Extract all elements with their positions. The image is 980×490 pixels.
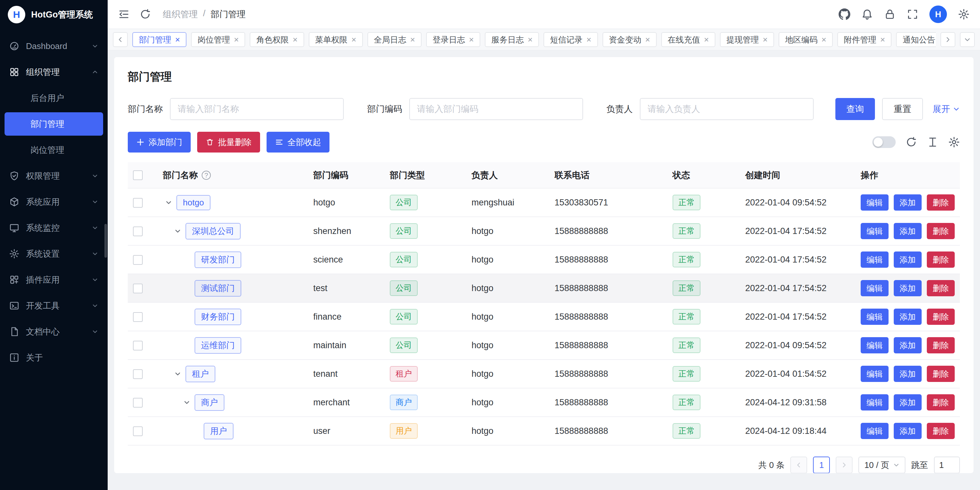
leader-input[interactable] xyxy=(640,98,814,120)
help-icon[interactable]: ? xyxy=(202,171,211,180)
department-name-chip[interactable]: 商户 xyxy=(194,394,224,411)
tab-close-icon[interactable]: × xyxy=(528,35,533,44)
edit-button[interactable]: 编辑 xyxy=(861,309,889,325)
sidebar-item-permission[interactable]: 权限管理 xyxy=(0,163,108,189)
tabs-dropdown-button[interactable] xyxy=(960,32,975,47)
refresh-page-icon[interactable] xyxy=(140,8,151,20)
row-checkbox[interactable] xyxy=(133,426,143,436)
delete-button[interactable]: 删除 xyxy=(927,423,955,439)
delete-button[interactable]: 删除 xyxy=(927,366,955,382)
column-settings-gear-icon[interactable] xyxy=(948,136,960,148)
tab-close-icon[interactable]: × xyxy=(175,35,180,44)
row-collapse-icon[interactable] xyxy=(181,397,192,408)
tab-close-icon[interactable]: × xyxy=(293,35,298,44)
tab-7[interactable]: 短信记录× xyxy=(544,32,598,47)
tab-close-icon[interactable]: × xyxy=(352,35,356,44)
add-button[interactable]: 添加 xyxy=(894,280,922,296)
collapse-all-button[interactable]: 全部收起 xyxy=(267,132,329,153)
tab-close-icon[interactable]: × xyxy=(410,35,415,44)
tab-9[interactable]: 在线充值× xyxy=(661,32,715,47)
tab-2[interactable]: 角色权限× xyxy=(250,32,304,47)
app-logo[interactable]: H HotGo管理系统 xyxy=(0,0,108,29)
tab-10[interactable]: 提现管理× xyxy=(720,32,774,47)
sidebar-item-dev-tools[interactable]: 开发工具 xyxy=(0,293,108,319)
next-page-button[interactable] xyxy=(836,456,853,473)
tab-8[interactable]: 资金变动× xyxy=(603,32,657,47)
department-name-chip[interactable]: 深圳总公司 xyxy=(186,223,240,239)
fullscreen-icon[interactable] xyxy=(907,8,918,20)
edit-button[interactable]: 编辑 xyxy=(861,223,889,239)
add-button[interactable]: 添加 xyxy=(894,366,922,382)
tab-12[interactable]: 附件管理× xyxy=(837,32,891,47)
edit-button[interactable]: 编辑 xyxy=(861,423,889,439)
tab-0[interactable]: 部门管理× xyxy=(132,32,186,47)
department-name-chip[interactable]: hotgo xyxy=(177,195,210,210)
delete-button[interactable]: 删除 xyxy=(927,394,955,410)
department-name-chip[interactable]: 测试部门 xyxy=(194,280,241,297)
delete-button[interactable]: 删除 xyxy=(927,309,955,325)
collapse-sidebar-icon[interactable] xyxy=(118,8,130,20)
tab-11[interactable]: 地区编码× xyxy=(779,32,833,47)
tab-close-icon[interactable]: × xyxy=(469,35,474,44)
batch-delete-button[interactable]: 批量删除 xyxy=(197,132,260,153)
tabs-scroll-right-button[interactable] xyxy=(940,32,955,47)
edit-button[interactable]: 编辑 xyxy=(861,252,889,268)
add-button[interactable]: 添加 xyxy=(894,337,922,353)
reset-button[interactable]: 重置 xyxy=(882,98,923,120)
select-all-checkbox[interactable] xyxy=(133,170,143,180)
department-name-chip[interactable]: 运维部门 xyxy=(194,337,241,354)
tab-close-icon[interactable]: × xyxy=(763,35,768,44)
delete-button[interactable]: 删除 xyxy=(927,252,955,268)
striped-toggle[interactable] xyxy=(872,136,896,148)
add-button[interactable]: 添加 xyxy=(894,223,922,239)
tab-close-icon[interactable]: × xyxy=(645,35,650,44)
sidebar-item-post-manage[interactable]: 岗位管理 xyxy=(0,137,108,163)
tab-close-icon[interactable]: × xyxy=(880,35,885,44)
delete-button[interactable]: 删除 xyxy=(927,337,955,353)
edit-button[interactable]: 编辑 xyxy=(861,195,889,211)
sidebar-item-system-app[interactable]: 系统应用 xyxy=(0,189,108,215)
add-button[interactable]: 添加 xyxy=(894,195,922,211)
row-collapse-icon[interactable] xyxy=(163,197,175,208)
add-button[interactable]: 添加 xyxy=(894,423,922,439)
sidebar-scrollbar[interactable] xyxy=(104,224,107,258)
row-density-icon[interactable] xyxy=(927,136,939,148)
query-button[interactable]: 查询 xyxy=(835,98,875,120)
tab-3[interactable]: 菜单权限× xyxy=(309,32,363,47)
add-department-button[interactable]: 添加部门 xyxy=(128,132,191,153)
tabs-scroll-left-button[interactable] xyxy=(113,32,128,47)
sidebar-item-system-setting[interactable]: 系统设置 xyxy=(0,241,108,267)
row-checkbox[interactable] xyxy=(133,255,143,265)
page-size-select[interactable]: 10 / 页 xyxy=(858,456,905,473)
sidebar-item-dept-manage[interactable]: 部门管理 xyxy=(5,112,103,136)
prev-page-button[interactable] xyxy=(790,456,807,473)
tab-close-icon[interactable]: × xyxy=(821,35,826,44)
delete-button[interactable]: 删除 xyxy=(927,223,955,239)
tab-close-icon[interactable]: × xyxy=(234,35,239,44)
settings-gear-icon[interactable] xyxy=(958,8,970,20)
edit-button[interactable]: 编辑 xyxy=(861,394,889,410)
tab-1[interactable]: 岗位管理× xyxy=(191,32,245,47)
department-name-chip[interactable]: 用户 xyxy=(204,423,234,439)
row-checkbox[interactable] xyxy=(133,369,143,379)
user-avatar[interactable]: H xyxy=(929,5,947,23)
lock-screen-icon[interactable] xyxy=(884,8,896,20)
delete-button[interactable]: 删除 xyxy=(927,195,955,211)
edit-button[interactable]: 编辑 xyxy=(861,280,889,296)
breadcrumb-item[interactable]: 组织管理 xyxy=(163,8,198,20)
sidebar-item-organization[interactable]: 组织管理 xyxy=(0,59,108,85)
sidebar-item-about[interactable]: 关于 xyxy=(0,345,108,370)
expand-filters-link[interactable]: 展开 xyxy=(933,103,960,115)
row-checkbox[interactable] xyxy=(133,284,143,293)
row-checkbox[interactable] xyxy=(133,312,143,322)
jump-to-input[interactable] xyxy=(934,456,960,473)
delete-button[interactable]: 删除 xyxy=(927,280,955,296)
dept-code-input[interactable] xyxy=(409,98,583,120)
tab-close-icon[interactable]: × xyxy=(586,35,591,44)
add-button[interactable]: 添加 xyxy=(894,309,922,325)
tab-6[interactable]: 服务日志× xyxy=(485,32,539,47)
sidebar-item-dashboard[interactable]: Dashboard xyxy=(0,33,108,59)
tab-5[interactable]: 登录日志× xyxy=(426,32,480,47)
reload-table-icon[interactable] xyxy=(905,136,917,148)
row-collapse-icon[interactable] xyxy=(172,368,183,380)
